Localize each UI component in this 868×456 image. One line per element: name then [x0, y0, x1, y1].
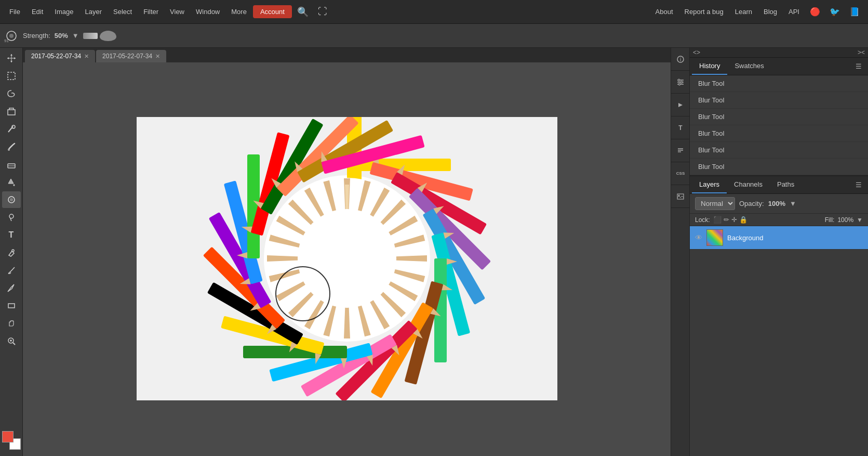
lock-all-icon[interactable]: 🔒 [739, 216, 747, 224]
layers-panel-menu[interactable]: ☰ [851, 179, 866, 191]
layer-name: Background [727, 234, 763, 242]
blur-tool-icon[interactable]: 91 [4, 29, 19, 43]
image-icon-btn[interactable] [671, 185, 690, 208]
zoom-tool[interactable] [2, 333, 21, 349]
tab-0[interactable]: 2017-05-22-07-34 ✕ [25, 50, 95, 62]
menubar: File Edit Image Layer Select Filter View… [0, 0, 868, 24]
layers-list: 👁 Background [690, 226, 868, 456]
panel-collapse-right[interactable]: >< [858, 49, 865, 56]
fullscreen-icon[interactable]: ⛶ [314, 4, 331, 19]
history-item-1[interactable]: Blur Tool [690, 92, 868, 109]
history-item-3[interactable]: Blur Tool [690, 125, 868, 142]
lock-transparency-icon[interactable]: ⬛ [713, 216, 722, 224]
fill-value: 100% [837, 216, 853, 224]
shape-tool[interactable] [2, 297, 21, 314]
menu-layer[interactable]: Layer [80, 6, 108, 18]
right-panel-inner: i T CSS [671, 48, 868, 456]
healing-tool[interactable] [2, 121, 21, 137]
opacity-dropdown[interactable]: ▼ [790, 200, 796, 207]
search-icon[interactable]: 🔍 [293, 4, 313, 20]
tool-badge: 91 [4, 38, 9, 43]
text-tool[interactable]: T [2, 227, 21, 243]
menu-file[interactable]: File [4, 6, 25, 18]
lasso-tool[interactable] [2, 85, 21, 102]
menu-blog[interactable]: Blog [758, 6, 782, 18]
layers-tab-layers[interactable]: Layers [692, 176, 727, 193]
menu-report-bug[interactable]: Report a bug [679, 6, 729, 18]
fill-label: Fill: [825, 216, 835, 224]
history-tab-swatches[interactable]: Swatches [727, 58, 771, 75]
smudge-tool[interactable] [2, 262, 21, 279]
history-item-5[interactable]: Blur Tool [690, 159, 868, 175]
layer-thumb-inner [707, 230, 723, 245]
adjustments-icon-btn[interactable] [671, 71, 690, 94]
blend-mode-select[interactable]: Normal [695, 197, 735, 210]
svg-point-104 [678, 83, 680, 85]
hand-tool[interactable] [2, 315, 21, 332]
tab-0-close[interactable]: ✕ [84, 53, 89, 60]
history-tab-history[interactable]: History [692, 58, 727, 75]
layers-tab-channels[interactable]: Channels [727, 176, 770, 193]
facebook-icon[interactable]: 📘 [845, 5, 864, 19]
reddit-icon[interactable]: 🔴 [806, 5, 824, 19]
menu-edit[interactable]: Edit [26, 6, 48, 18]
clone-stamp-tool[interactable] [2, 244, 21, 261]
menu-image[interactable]: Image [49, 6, 78, 18]
layers-tabs: Layers Channels Paths ☰ [690, 176, 868, 194]
history-item-2[interactable]: Blur Tool [690, 109, 868, 125]
left-tools-panel: T [0, 48, 23, 456]
lock-position-icon[interactable]: ✛ [731, 216, 737, 224]
menu-more[interactable]: More [226, 6, 252, 18]
history-panel-menu[interactable]: ☰ [851, 60, 866, 72]
layer-thumbnail [706, 229, 723, 246]
transform-tool[interactable] [2, 103, 21, 120]
menu-api[interactable]: API [783, 6, 805, 18]
canvas-area: 2017-05-22-07-34 ✕ 2017-05-22-07-34 ✕ [23, 48, 671, 456]
right-content: <> >< History Swatches ☰ Blur Tool Blur … [690, 48, 868, 456]
foreground-color-swatch[interactable] [2, 431, 14, 442]
tab-1-close[interactable]: ✕ [155, 53, 160, 60]
history-item-4[interactable]: Blur Tool [690, 142, 868, 159]
menu-about[interactable]: About [650, 6, 678, 18]
brush-round-preview [100, 31, 116, 41]
opacity-label: Opacity: [739, 200, 764, 207]
svg-rect-5 [8, 110, 15, 115]
layer-item-background[interactable]: 👁 Background [690, 226, 868, 250]
menu-filter[interactable]: Filter [138, 6, 164, 18]
blur-tool-btn[interactable] [2, 191, 21, 208]
layer-visibility-icon[interactable]: 👁 [695, 233, 702, 242]
fill-dropdown[interactable]: ▼ [857, 216, 863, 224]
dodge-tool[interactable] [2, 209, 21, 226]
svg-point-109 [678, 194, 680, 196]
fill-tool[interactable] [2, 174, 21, 190]
history-item-0[interactable]: Blur Tool [690, 75, 868, 92]
color-swatch-area [2, 431, 21, 454]
menu-window[interactable]: Window [191, 6, 225, 18]
css-icon-btn[interactable]: CSS [671, 162, 690, 185]
history-icon-btn[interactable] [671, 94, 690, 116]
lock-pixels-icon[interactable]: ✏ [724, 216, 729, 224]
twitter-icon[interactable]: 🐦 [825, 5, 844, 19]
right-panel: i T CSS [671, 48, 868, 456]
paragraph-icon-btn[interactable] [671, 139, 690, 162]
tab-1[interactable]: 2017-05-22-07-34 ✕ [96, 50, 166, 62]
strength-dropdown-arrow[interactable]: ▼ [72, 32, 79, 40]
menu-view[interactable]: View [165, 6, 190, 18]
layers-tab-paths[interactable]: Paths [770, 176, 802, 193]
marquee-tool[interactable] [2, 68, 21, 84]
canvas-container[interactable] [23, 62, 671, 456]
menu-account[interactable]: Account [253, 5, 292, 18]
pen-tool[interactable] [2, 280, 21, 296]
brush-tool[interactable] [2, 138, 21, 155]
color-swatches[interactable] [2, 431, 21, 450]
lock-text: Lock: [695, 216, 710, 224]
menu-learn[interactable]: Learn [730, 6, 757, 18]
eraser-tool[interactable] [2, 156, 21, 173]
panel-collapse-left[interactable]: <> [693, 49, 700, 56]
info-icon-btn[interactable]: i [671, 48, 690, 71]
text-icon-btn[interactable]: T [671, 116, 690, 139]
svg-point-11 [9, 214, 14, 218]
menu-select[interactable]: Select [108, 6, 137, 18]
move-tool[interactable] [2, 50, 21, 67]
svg-rect-4 [8, 72, 15, 80]
